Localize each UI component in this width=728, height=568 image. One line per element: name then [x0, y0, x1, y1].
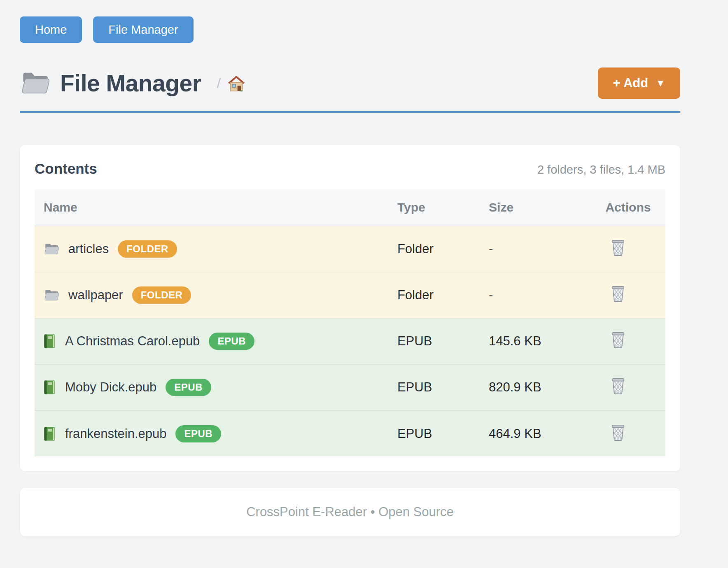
top-nav: Home File Manager [20, 16, 680, 43]
file-size: 464.9 KB [489, 410, 605, 456]
column-header-name: Name [35, 189, 397, 226]
folder-icon [44, 242, 59, 256]
file-size: - [489, 226, 605, 272]
trash-icon [610, 436, 626, 442]
delete-button[interactable] [610, 331, 626, 348]
file-type: Folder [397, 226, 489, 272]
file-type-badge: FOLDER [118, 240, 177, 258]
breadcrumb: / [217, 74, 245, 92]
footer-text: CrossPoint E-Reader • Open Source [246, 505, 454, 519]
breadcrumb-separator: / [217, 75, 220, 91]
page-header: File Manager / + Add ▼ [20, 68, 680, 99]
file-type: EPUB [397, 318, 489, 364]
file-name[interactable]: frankenstein.epub [65, 426, 166, 441]
file-type: Folder [397, 272, 489, 318]
chevron-down-icon: ▼ [656, 77, 665, 89]
header-divider [20, 111, 680, 113]
table-row[interactable]: A Christmas Carol.epub EPUB EPUB 145.6 K… [35, 318, 665, 364]
page: Home File Manager File Manager / [20, 0, 680, 536]
file-name[interactable]: wallpaper [68, 288, 123, 303]
contents-card: Contents 2 folders, 3 files, 1.4 MB Name… [20, 145, 680, 471]
file-type: EPUB [397, 410, 489, 456]
file-type-badge: FOLDER [132, 286, 191, 304]
add-button[interactable]: + Add ▼ [598, 68, 680, 99]
file-size: 820.9 KB [489, 364, 605, 410]
table-row[interactable]: wallpaper FOLDER Folder - [35, 272, 665, 318]
nav-file-manager-button[interactable]: File Manager [93, 16, 193, 43]
column-header-actions: Actions [605, 189, 665, 226]
book-icon [44, 380, 56, 395]
file-name[interactable]: A Christmas Carol.epub [65, 334, 200, 349]
delete-button[interactable] [610, 285, 626, 302]
trash-icon [610, 251, 626, 257]
file-table: Name Type Size Actions [35, 189, 665, 456]
book-icon [44, 334, 56, 349]
file-type: EPUB [397, 364, 489, 410]
page-title: File Manager [60, 70, 201, 97]
column-header-size: Size [489, 189, 605, 226]
nav-home-button[interactable]: Home [20, 16, 82, 43]
table-row[interactable]: frankenstein.epub EPUB EPUB 464.9 KB [35, 410, 665, 456]
book-icon [44, 426, 56, 441]
contents-title: Contents [35, 161, 97, 177]
file-type-badge: EPUB [209, 333, 254, 350]
file-type-badge: EPUB [166, 379, 211, 396]
house-icon[interactable] [227, 74, 245, 92]
contents-summary: 2 folders, 3 files, 1.4 MB [537, 163, 665, 177]
delete-button[interactable] [610, 377, 626, 394]
open-folder-icon [20, 70, 50, 96]
add-button-label: + Add [613, 76, 648, 91]
delete-button[interactable] [610, 424, 626, 441]
table-row[interactable]: Moby Dick.epub EPUB EPUB 820.9 KB [35, 364, 665, 410]
file-name[interactable]: Moby Dick.epub [65, 380, 156, 395]
table-row[interactable]: articles FOLDER Folder - [35, 226, 665, 272]
trash-icon [610, 389, 626, 396]
footer: CrossPoint E-Reader • Open Source [20, 488, 680, 536]
file-size: 145.6 KB [489, 318, 605, 364]
folder-icon [44, 289, 59, 302]
delete-button[interactable] [610, 239, 626, 256]
table-header-row: Name Type Size Actions [35, 189, 665, 226]
file-size: - [489, 272, 605, 318]
trash-icon [610, 343, 626, 349]
file-type-badge: EPUB [175, 425, 221, 442]
column-header-type: Type [397, 189, 489, 226]
trash-icon [610, 297, 626, 303]
file-name[interactable]: articles [68, 242, 109, 256]
